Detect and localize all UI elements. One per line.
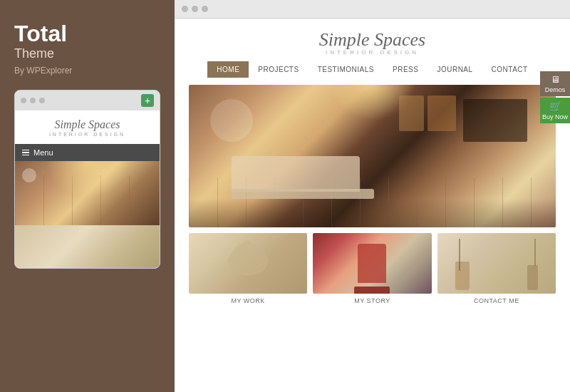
site-navigation: HOME PROJECTS TESTIMONIALS PRESS JOURNAL… [175, 61, 570, 85]
device-logo-area: Simple Spaces Interior Design [15, 110, 160, 144]
grid-image-story [313, 233, 431, 294]
site-logo-text: Simple Spaces [319, 29, 425, 50]
theme-author: By WPExplorer [14, 66, 160, 76]
grid-item-contact: CONTACT ME [437, 233, 556, 385]
room-detail [189, 85, 556, 227]
device-hero-image [15, 161, 160, 225]
nav-journal[interactable]: JOURNAL [428, 61, 482, 78]
side-buttons: 🖥 Demos 🛒 Buy Now [540, 71, 570, 123]
demos-button[interactable]: 🖥 Demos [540, 71, 570, 96]
grid-section: MY WORK MY STORY [175, 233, 570, 392]
buy-now-button[interactable]: 🛒 Buy Now [540, 98, 570, 123]
ceiling-light-detail [45, 161, 130, 197]
sofa-shape [232, 156, 360, 192]
grid-label-story: MY STORY [313, 297, 431, 304]
grid-image-contact [437, 233, 556, 294]
theme-subtitle: Theme [14, 46, 160, 61]
site-header: Simple Spaces Interior Design [175, 19, 570, 61]
grid-label-contact: CONTACT ME [437, 297, 556, 304]
tv-shape [463, 99, 527, 142]
site-logo-sub: Interior Design [189, 49, 556, 56]
demos-label: Demos [545, 86, 566, 93]
nav-contact[interactable]: CONTACT [482, 61, 537, 78]
sidebar: Total Theme By WPExplorer + Simple Space… [0, 0, 175, 392]
sofa-base [232, 189, 374, 199]
device-menu-bar[interactable]: Menu [15, 144, 160, 161]
device-dot-3 [39, 98, 45, 103]
device-logo-main: Simple Spaces [55, 118, 120, 130]
grid-item-work: MY WORK [189, 233, 307, 385]
device-dot-2 [30, 98, 36, 103]
grid-item-story: MY STORY [313, 233, 431, 385]
grid-image-work [189, 233, 307, 294]
device-bottom-image [15, 225, 160, 268]
hero-image [189, 85, 556, 227]
nav-press[interactable]: PRESS [383, 61, 428, 78]
artwork-2 [399, 96, 424, 131]
main-area: 🖥 Demos 🛒 Buy Now Simple Spaces Interior… [175, 0, 570, 392]
nav-projects[interactable]: PROJECTS [249, 61, 308, 78]
grid-label-work: MY WORK [189, 297, 307, 304]
browser-dot-1 [182, 6, 188, 12]
browser-dot-3 [202, 6, 208, 12]
nav-home[interactable]: HOME [207, 61, 249, 78]
device-preview: + Simple Spaces Interior Design Menu [14, 90, 160, 269]
browser-dot-2 [192, 6, 198, 12]
theme-title: Total [14, 21, 160, 46]
device-logo-sub: Interior Design [26, 132, 149, 137]
nav-testimonials[interactable]: TESTIMONIALS [309, 61, 383, 78]
site-logo: Simple Spaces [189, 29, 556, 49]
device-plus-button[interactable]: + [141, 94, 154, 107]
device-top-bar: + [15, 91, 160, 110]
browser-bar [175, 0, 570, 19]
monitor-icon: 🖥 [551, 74, 560, 85]
device-logo-text: Simple Spaces [26, 118, 149, 132]
menu-label: Menu [33, 148, 53, 157]
device-dot-1 [21, 98, 26, 103]
artwork-1 [428, 96, 456, 131]
website-preview: Simple Spaces Interior Design HOME PROJE… [175, 19, 570, 392]
cart-icon: 🛒 [549, 100, 561, 112]
buy-label: Buy Now [542, 113, 568, 120]
hamburger-icon [22, 150, 29, 156]
